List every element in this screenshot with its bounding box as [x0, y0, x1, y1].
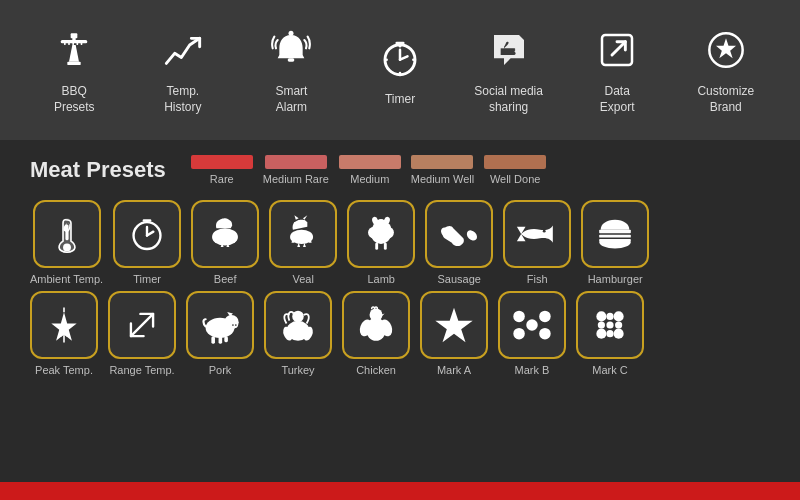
svg-rect-7 [77, 42, 79, 45]
social-media-label: Social media sharing [474, 84, 543, 115]
svg-point-34 [294, 222, 298, 226]
svg-point-17 [385, 59, 388, 62]
range-temp-item[interactable]: Range Temp. [108, 291, 176, 376]
chicken-label: Chicken [356, 364, 396, 376]
svg-point-31 [217, 222, 221, 226]
timer-meat-label: Timer [133, 273, 161, 285]
turkey-item[interactable]: Turkey [264, 291, 332, 376]
toolbar-item-temp-history[interactable]: Temp. History [129, 24, 238, 115]
fish-icon [503, 200, 571, 268]
svg-point-67 [292, 311, 304, 323]
sausage-item[interactable]: Sausage [425, 200, 493, 285]
doneness-bar-well-done [484, 155, 546, 169]
customize-brand-icon [700, 24, 752, 76]
toolbar-item-bbq-presets[interactable]: BBQ Presets [20, 24, 129, 115]
doneness-well-done: Well Done [484, 155, 546, 185]
meat-row-1: Ambient Temp. Timer [30, 200, 770, 285]
svg-rect-51 [599, 239, 631, 242]
timer-icon [374, 32, 426, 84]
toolbar-item-data-export[interactable]: Data Export [563, 24, 672, 115]
toolbar-item-timer[interactable]: Timer [346, 32, 455, 108]
fish-label: Fish [527, 273, 548, 285]
peak-temp-icon [30, 291, 98, 359]
svg-rect-49 [599, 230, 631, 234]
mark-a-item[interactable]: Mark A [420, 291, 488, 376]
mark-a-label: Mark A [437, 364, 471, 376]
svg-point-18 [412, 59, 415, 62]
turkey-icon [264, 291, 332, 359]
svg-rect-4 [64, 42, 66, 45]
presets-title: Meat Presets [30, 157, 166, 183]
svg-point-76 [513, 328, 525, 340]
hamburger-label: Hamburger [588, 273, 643, 285]
mark-b-item[interactable]: Mark B [498, 291, 566, 376]
social-media-icon [483, 24, 535, 76]
svg-point-82 [606, 313, 613, 320]
lamb-item[interactable]: Lamb [347, 200, 415, 285]
svg-point-58 [231, 322, 238, 328]
svg-rect-44 [375, 243, 378, 250]
svg-point-86 [606, 321, 613, 328]
beef-item[interactable]: Beef [191, 200, 259, 285]
toolbar-item-smart-alarm[interactable]: Smart Alarm [237, 24, 346, 115]
svg-rect-9 [288, 59, 295, 62]
toolbar-item-customize-brand[interactable]: Customize Brand [671, 24, 780, 115]
ambient-temp-item[interactable]: Ambient Temp. [30, 200, 103, 285]
svg-rect-61 [211, 337, 215, 344]
mark-b-label: Mark B [515, 364, 550, 376]
timer-meat-icon [113, 200, 181, 268]
veal-item[interactable]: Veal [269, 200, 337, 285]
timer-label: Timer [385, 92, 415, 108]
main-content: Meat Presets Rare Medium Rare Medium Med… [0, 140, 800, 391]
svg-point-75 [539, 311, 551, 323]
veal-icon [269, 200, 337, 268]
svg-point-47 [465, 228, 479, 242]
lamb-icon [347, 200, 415, 268]
doneness-medium: Medium [339, 155, 401, 185]
beef-icon [191, 200, 259, 268]
toolbar-item-social-media[interactable]: Social media sharing [454, 24, 563, 115]
temp-history-label: Temp. History [164, 84, 201, 115]
mark-c-item[interactable]: Mark C [576, 291, 644, 376]
doneness-bar-rare [191, 155, 253, 169]
doneness-rare: Rare [191, 155, 253, 185]
svg-point-60 [235, 324, 237, 326]
veal-label: Veal [292, 273, 313, 285]
svg-point-59 [232, 324, 234, 326]
presets-header: Meat Presets Rare Medium Rare Medium Med… [30, 155, 770, 185]
timer-meat-item[interactable]: Timer [113, 200, 181, 285]
bbq-presets-label: BBQ Presets [54, 84, 95, 115]
hamburger-item[interactable]: Hamburger [581, 200, 649, 285]
range-temp-icon [108, 291, 176, 359]
doneness-label-medium-rare: Medium Rare [263, 173, 329, 185]
sausage-label: Sausage [437, 273, 480, 285]
doneness-label-medium: Medium [350, 173, 389, 185]
hamburger-icon [581, 200, 649, 268]
peak-temp-item[interactable]: Peak Temp. [30, 291, 98, 376]
svg-point-74 [513, 311, 525, 323]
svg-point-83 [606, 330, 613, 337]
sausage-icon [425, 200, 493, 268]
chicken-item[interactable]: Chicken [342, 291, 410, 376]
doneness-medium-rare: Medium Rare [263, 155, 329, 185]
pork-item[interactable]: Pork [186, 291, 254, 376]
mark-c-label: Mark C [592, 364, 627, 376]
svg-point-16 [399, 72, 402, 75]
doneness-bar-medium [339, 155, 401, 169]
data-export-label: Data Export [600, 84, 635, 115]
svg-rect-50 [599, 235, 631, 238]
range-temp-label: Range Temp. [109, 364, 174, 376]
svg-point-10 [289, 31, 294, 36]
doneness-label-medium-well: Medium Well [411, 173, 474, 185]
svg-rect-6 [73, 42, 75, 45]
svg-point-32 [226, 221, 230, 225]
peak-temp-label: Peak Temp. [35, 364, 93, 376]
customize-brand-label: Customize Brand [697, 84, 754, 115]
fish-item[interactable]: Fish [503, 200, 571, 285]
svg-point-30 [212, 228, 238, 245]
meat-row-2: Peak Temp. Range Temp. [30, 291, 770, 376]
chicken-icon [342, 291, 410, 359]
doneness-legend: Rare Medium Rare Medium Medium Well Well… [191, 155, 546, 185]
svg-rect-45 [384, 243, 387, 250]
pork-icon [186, 291, 254, 359]
